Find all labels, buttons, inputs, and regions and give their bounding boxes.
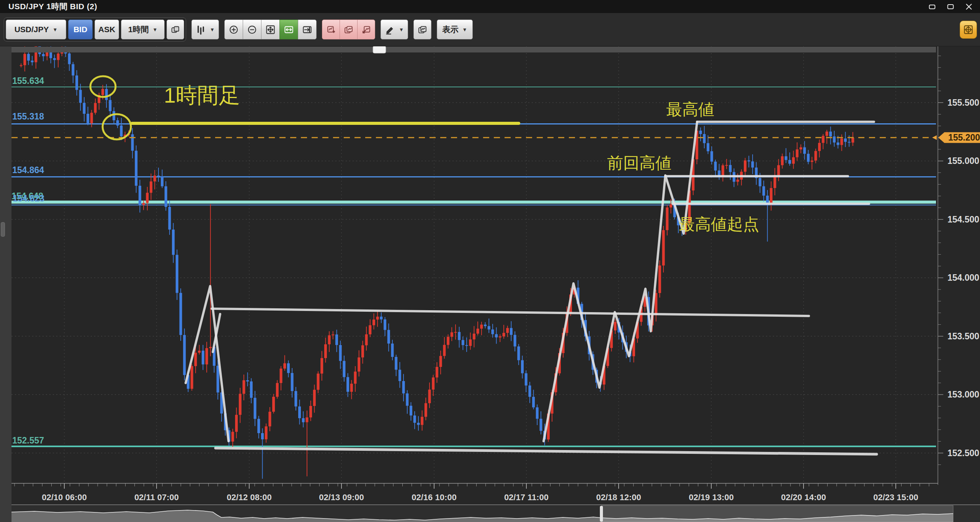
time-axis-label: 02/12 08:00 [227,493,271,502]
ask-toggle-label: ASK [98,25,115,34]
toolbar-group [322,20,375,39]
toolbar-group [413,20,431,39]
toolbar: USD/JPY▼BIDASK1時間▼▼▼表示▼ [0,13,980,46]
chart-top-scrollbar-track[interactable] [11,47,936,52]
fit-chart-button[interactable] [261,20,280,39]
toolbar-group: ▼ [381,20,408,39]
navigator-handle[interactable] [600,506,603,522]
fit-width-button[interactable] [279,20,298,39]
time-axis-label: 02/16 10:00 [412,493,456,502]
level-price-label: 152.557 [12,435,44,445]
left-panel-strip [0,46,11,522]
navigator-selection[interactable] [601,506,953,522]
current-price-value: 155.200 [948,133,980,142]
annotation-text[interactable]: 前回高値 [607,154,671,172]
time-axis-label: 02/19 13:00 [689,493,733,502]
maximize-icon [946,2,955,12]
price-axis-label: 152.500 [947,448,979,458]
popout-chart-icon [361,25,371,35]
draw-tool-select[interactable]: ▼ [381,20,408,39]
time-axis-label: 02/23 15:00 [873,493,918,502]
minimize-icon [928,2,936,12]
level-price-label: 154.623 [13,193,44,203]
zoom-in-button[interactable] [224,20,243,39]
price-axis-label: 155.000 [947,156,979,166]
symbol-select[interactable]: USD/JPY▼ [6,20,66,39]
annotation-text[interactable]: 最高値起点 [679,215,759,233]
maximize-button[interactable] [946,3,955,10]
duplicate-chart-button[interactable] [340,20,358,39]
chart-type-select[interactable]: ▼ [191,20,219,39]
bid-toggle[interactable]: BID [68,20,93,39]
zoom-in-icon [229,25,239,35]
annotation-text[interactable]: 1時間足 [164,83,240,107]
time-axis-label: 02/10 06:00 [42,493,87,502]
toolbar-group: USD/JPY▼BIDASK1時間▼ [4,18,186,41]
zoom-out-button[interactable] [243,20,261,39]
crosshair-icon [963,25,973,35]
level-price-label: 155.634 [12,76,44,86]
duplicate-chart-icon [344,25,353,35]
timeframe-select[interactable]: 1時間▼ [121,20,165,39]
window-controls [928,3,973,10]
popout-chart-button[interactable] [357,20,375,39]
annotation-text[interactable]: 最高値 [666,100,714,118]
chart-top-scrollbar-thumb[interactable] [373,46,386,53]
chevron-down-icon: ▼ [210,27,215,33]
bid-toggle-label: BID [74,25,87,34]
indicator-button[interactable] [413,20,431,39]
indicator-icon [418,25,427,35]
close-button[interactable] [965,3,973,10]
close-icon [965,2,973,12]
time-axis-label: 02/17 11:00 [504,493,549,502]
price-axis-label: 153.500 [947,331,979,341]
chevron-down-icon: ▼ [53,27,58,33]
draw-icon [385,25,395,35]
display-menu-label: 表示 [443,24,459,35]
title-bar: USD/JPY 1時間 BID (2) [0,0,980,13]
link-charts-button[interactable] [167,20,184,39]
new-chart-button[interactable] [322,20,340,39]
plot-background [11,43,936,483]
toolbar-group: 表示▼ [437,20,473,39]
level-price-label: 155.318 [12,111,44,121]
toolbar-group [224,20,317,39]
price-axis-label: 153.000 [947,389,979,399]
navigator [0,505,980,522]
chevron-down-icon: ▼ [462,27,467,33]
panel-splitter-handle[interactable] [1,222,5,237]
time-axis-label: 02/11 07:00 [134,493,179,502]
new-chart-icon [326,25,336,35]
price-axis-label: 155.500 [947,98,979,108]
symbol-select-label: USD/JPY [15,25,49,34]
time-axis-label: 02/13 09:00 [319,493,364,502]
crosshair-button[interactable] [960,21,977,39]
scroll-to-end-icon [302,25,312,35]
level-price-label: 154.864 [12,165,44,175]
chevron-down-icon: ▼ [399,27,404,33]
link-charts-icon [171,25,180,35]
scroll-to-end-button[interactable] [298,20,317,39]
window-title: USD/JPY 1時間 BID (2) [8,1,97,12]
chart-canvas: 1時間足最高値前回高値最高値起点155.634155.318154.864154… [0,0,980,522]
chart-type-icon [196,25,206,35]
application-window: 1時間足最高値前回高値最高値起点155.634155.318154.864154… [0,0,980,522]
timeframe-select-label: 1時間 [128,24,149,35]
time-axis-label: 02/18 12:00 [596,493,641,502]
fit-width-icon [284,25,294,35]
time-axis-label: 02/20 14:00 [781,493,826,502]
toolbar-group: ▼ [191,20,219,39]
chevron-down-icon: ▼ [152,27,157,33]
ask-toggle[interactable]: ASK [95,20,119,39]
minimize-button[interactable] [928,3,936,10]
price-axis-label: 154.500 [947,214,979,224]
price-axis-label: 154.000 [947,273,979,283]
fit-chart-icon [265,25,276,35]
zoom-out-icon [247,25,257,35]
display-menu[interactable]: 表示▼ [437,20,473,39]
